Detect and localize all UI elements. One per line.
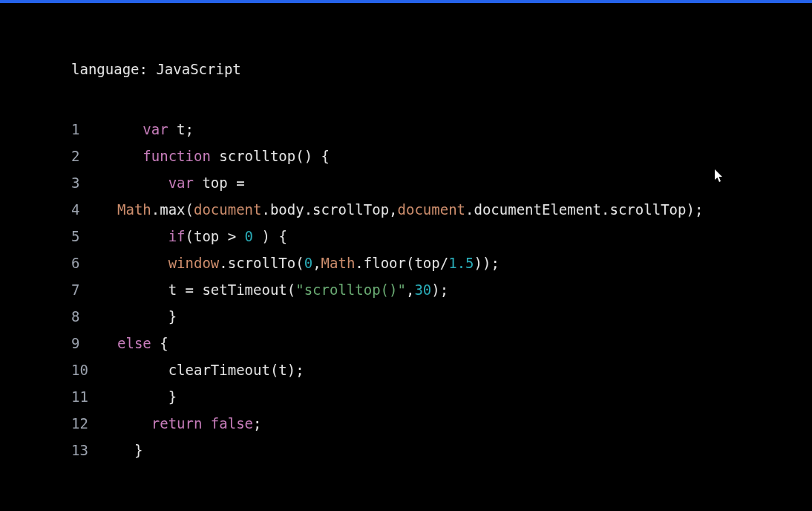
code-token: scrolltop() { <box>211 148 330 164</box>
line-content[interactable]: function scrolltop() { <box>117 143 330 169</box>
code-line[interactable]: 10 clearTimeout(t); <box>71 357 812 383</box>
code-token: else <box>117 335 151 351</box>
code-token: document <box>398 201 466 218</box>
code-token <box>117 228 168 244</box>
code-line[interactable]: 4Math.max(document.body.scrollTop,docume… <box>71 196 812 223</box>
code-token: return <box>151 415 203 432</box>
line-content[interactable]: var top = <box>117 169 245 196</box>
code-token: ) { <box>253 228 287 244</box>
code-token: ; <box>253 415 261 432</box>
line-content[interactable]: else { <box>117 330 168 357</box>
code-line[interactable]: 9else { <box>71 330 812 357</box>
code-token: .scrollTo( <box>219 255 304 271</box>
editor-content: language: JavaScript 1 var t;2 function … <box>0 3 812 463</box>
code-token <box>117 148 143 164</box>
line-number: 4 <box>71 196 117 223</box>
code-line[interactable]: 1 var t; <box>71 116 812 143</box>
code-token <box>117 415 151 432</box>
code-line[interactable]: 3 var top = <box>71 169 812 196</box>
line-content[interactable]: clearTimeout(t); <box>117 357 304 383</box>
code-token: )); <box>474 255 500 271</box>
code-token: { <box>151 335 168 351</box>
code-token: false <box>211 415 253 432</box>
code-token: ); <box>431 281 448 298</box>
line-number: 11 <box>71 383 117 410</box>
code-line[interactable]: 5 if(top > 0 ) { <box>71 223 812 250</box>
code-line[interactable]: 7 t = setTimeout("scrolltop()",30); <box>71 276 812 303</box>
code-line[interactable]: 6 window.scrollTo(0,Math.floor(top/1.5))… <box>71 250 812 276</box>
code-line[interactable]: 12 return false; <box>71 410 812 437</box>
code-token: if <box>168 228 186 244</box>
line-content[interactable]: window.scrollTo(0,Math.floor(top/1.5)); <box>117 250 500 276</box>
line-number: 12 <box>71 410 117 437</box>
line-number: 5 <box>71 223 117 250</box>
code-token: Math <box>321 255 356 271</box>
code-token: 0 <box>304 255 312 271</box>
line-content[interactable]: Math.max(document.body.scrollTop,documen… <box>117 196 703 223</box>
line-content[interactable]: var t; <box>117 116 194 143</box>
code-token: "scrolltop()" <box>295 281 406 298</box>
code-token <box>117 121 143 137</box>
line-number: 6 <box>71 250 117 276</box>
code-token: t = setTimeout( <box>117 281 295 298</box>
line-content[interactable]: } <box>117 303 177 330</box>
line-content[interactable]: if(top > 0 ) { <box>117 223 287 250</box>
code-token <box>202 415 210 432</box>
code-token: 0 <box>245 228 253 244</box>
code-line[interactable]: 11 } <box>71 383 812 410</box>
line-number: 3 <box>71 169 117 196</box>
code-token: Math <box>117 201 151 218</box>
code-token: var <box>168 175 194 191</box>
line-number: 9 <box>71 330 117 357</box>
code-token: document <box>194 201 262 218</box>
code-line[interactable]: 2 function scrolltop() { <box>71 143 812 169</box>
code-token <box>117 255 168 271</box>
code-line[interactable]: 13 } <box>71 437 812 463</box>
line-content[interactable]: return false; <box>117 410 262 437</box>
code-token: } <box>117 442 143 458</box>
code-token: window <box>168 255 220 271</box>
code-token: top = <box>194 175 245 191</box>
code-token: var <box>143 121 168 137</box>
line-number: 7 <box>71 276 117 303</box>
code-line[interactable]: 8 } <box>71 303 812 330</box>
code-token: function <box>143 148 211 164</box>
code-token: , <box>312 255 321 271</box>
code-token: } <box>117 388 177 405</box>
code-token: 30 <box>414 281 431 298</box>
line-number: 1 <box>71 116 117 143</box>
code-block[interactable]: 1 var t;2 function scrolltop() {3 var to… <box>71 116 812 463</box>
code-token: 1.5 <box>448 255 474 271</box>
code-token: } <box>117 308 177 325</box>
line-number: 2 <box>71 143 117 169</box>
line-number: 10 <box>71 357 117 383</box>
code-token: t; <box>168 121 194 137</box>
code-token <box>117 175 168 191</box>
code-token: clearTimeout(t); <box>117 362 304 378</box>
line-content[interactable]: } <box>117 437 143 463</box>
code-token: (top > <box>186 228 245 244</box>
line-number: 8 <box>71 303 117 330</box>
language-header: language: JavaScript <box>71 61 812 77</box>
code-token: .floor(top/ <box>355 255 448 271</box>
code-token: .documentElement.scrollTop); <box>465 201 703 218</box>
language-label: language: <box>71 61 156 77</box>
code-token: .max( <box>151 201 194 218</box>
line-content[interactable]: t = setTimeout("scrolltop()",30); <box>117 276 448 303</box>
code-token: .body.scrollTop, <box>261 201 397 218</box>
code-token: , <box>406 281 414 298</box>
language-value: JavaScript <box>156 61 240 77</box>
line-content[interactable]: } <box>117 383 177 410</box>
line-number: 13 <box>71 437 117 463</box>
